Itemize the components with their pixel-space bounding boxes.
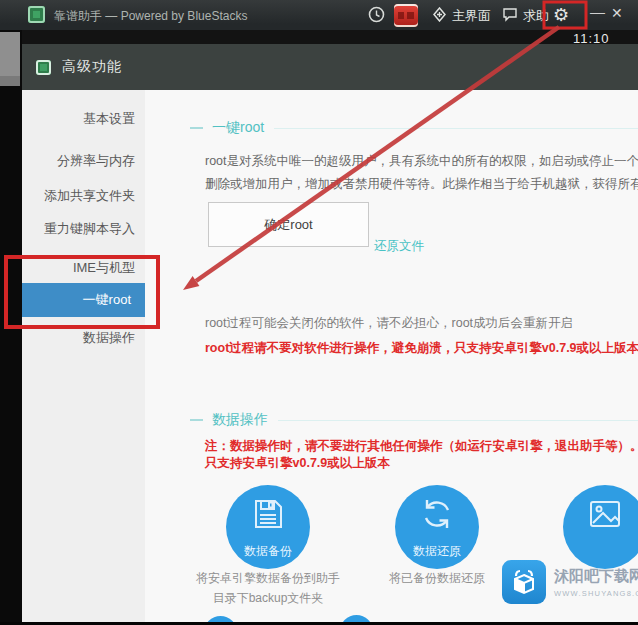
root-process-info: root过程可能会关闭你的软件，请不必担心，root成功后会重新开启	[205, 315, 573, 332]
site-watermark: 沭阳吧下载网 WWW.SHUYANG8.COM	[502, 560, 638, 604]
screenshot-root: 靠谱助手 — Powered by BlueStacks 主界面 求助 ⚙ — …	[0, 0, 638, 625]
data-note-line1: 注：数据操作时，请不要进行其他任何操作（如运行安卓引擎，退出助手等）。	[205, 438, 638, 455]
sidebar-item-resolution-memory[interactable]: 分辨率与内存	[22, 152, 145, 170]
section-dash	[190, 419, 203, 421]
data-backup-button[interactable]: 数据备份	[226, 485, 310, 569]
main-interface-button[interactable]: 主界面	[432, 7, 491, 25]
root-description: root是对系统中唯一的超级用户，具有系统中的所有的权限，如启动或停止一个进程，…	[205, 150, 638, 196]
sidebar: 基本设置 分辨率与内存 添加共享文件夹 重力键脚本导入 IME与机型 一键roo…	[22, 90, 145, 622]
background-window-fragment	[0, 32, 20, 86]
titlebar: 靠谱助手 — Powered by BlueStacks 主界面 求助 ⚙ — …	[0, 0, 638, 30]
root-section-header: 一键root	[190, 120, 638, 136]
clock-icon[interactable]	[368, 6, 385, 23]
emulator-background	[0, 30, 638, 44]
restore-files-link[interactable]: 还原文件	[374, 238, 424, 255]
section-rule	[278, 420, 638, 421]
sidebar-item-gravity-script[interactable]: 重力键脚本导入	[22, 220, 145, 238]
gear-icon[interactable]: ⚙	[553, 3, 569, 27]
watermark-logo-icon	[502, 560, 546, 604]
advanced-settings-dialog: 高级功能 基本设置 分辨率与内存 添加共享文件夹 重力键脚本导入 IME与机型 …	[22, 44, 638, 622]
main-interface-icon	[432, 7, 447, 25]
dialog-header: 高级功能	[22, 44, 638, 90]
sidebar-item-ime-model[interactable]: IME与机型	[22, 259, 145, 277]
partial-action-circle[interactable]	[340, 615, 373, 622]
data-backup-label: 数据备份	[226, 543, 310, 560]
dialog-body: 基本设置 分辨率与内存 添加共享文件夹 重力键脚本导入 IME与机型 一键roo…	[22, 90, 638, 622]
backup-caption-line2: 目录下backup文件夹	[158, 588, 378, 608]
left-background-strip	[0, 30, 22, 625]
root-description-line1: root是对系统中唯一的超级用户，具有系统中的所有的权限，如启动或停止一个进程，	[205, 150, 638, 173]
data-section-title: 数据操作	[212, 411, 268, 429]
dialog-logo-icon	[36, 60, 51, 75]
dialog-title: 高级功能	[62, 58, 122, 76]
red-app-icon[interactable]	[394, 4, 418, 27]
app-logo-icon	[28, 6, 45, 23]
floppy-disk-icon	[250, 496, 286, 536]
window-title: 靠谱助手 — Powered by BlueStacks	[54, 8, 247, 25]
sidebar-item-shared-folder[interactable]: 添加共享文件夹	[22, 187, 145, 205]
sidebar-item-one-key-root[interactable]: 一键root	[22, 283, 145, 317]
main-interface-label: 主界面	[452, 7, 491, 25]
minimize-button[interactable]: —	[590, 3, 605, 20]
close-button[interactable]: ✕	[611, 5, 623, 21]
help-bubble-icon	[502, 7, 518, 25]
sync-arrows-icon	[419, 496, 455, 536]
section-rule	[274, 128, 638, 129]
watermark-url: WWW.SHUYANG8.COM	[554, 589, 638, 598]
root-description-line2: 删除或增加用户，增加或者禁用硬件等待。此操作相当于给手机越狱，获得所有权限	[205, 173, 638, 196]
sidebar-item-data-operations[interactable]: 数据操作	[22, 329, 145, 347]
section-dash	[190, 127, 203, 129]
root-section-title: 一键root	[212, 119, 264, 137]
image-action-button[interactable]	[563, 485, 638, 569]
help-label: 求助	[523, 7, 549, 25]
root-process-warning: root过程请不要对软件进行操作，避免崩溃，只支持安卓引擎v0.7.9或以上版本	[205, 340, 638, 357]
help-button[interactable]: 求助	[502, 7, 549, 25]
data-note-line2: 只支持安卓引擎v0.7.9或以上版本	[205, 455, 638, 472]
data-restore-label: 数据还原	[395, 543, 479, 560]
image-icon	[587, 496, 623, 536]
watermark-title: 沭阳吧下载网	[554, 567, 638, 586]
confirm-root-button[interactable]: 确定root	[208, 202, 369, 247]
data-restore-button[interactable]: 数据还原	[395, 485, 479, 569]
sidebar-item-basic-settings[interactable]: 基本设置	[22, 110, 145, 128]
data-operations-note: 注：数据操作时，请不要进行其他任何操作（如运行安卓引擎，退出助手等）。 只支持安…	[205, 438, 638, 472]
data-section-header: 数据操作	[190, 412, 638, 428]
